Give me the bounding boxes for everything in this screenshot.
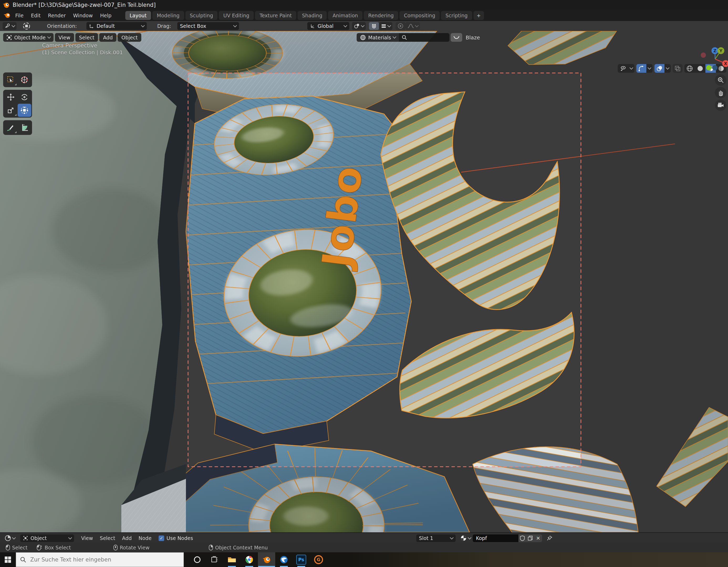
proportional-editing-toggle[interactable] (396, 22, 405, 30)
overlays-toggle[interactable] (654, 64, 671, 73)
scale-tool[interactable] (4, 104, 18, 117)
measure-tool[interactable] (18, 121, 31, 134)
axis-neg-z-ball[interactable] (706, 65, 711, 70)
menu-render[interactable]: Render (44, 11, 70, 20)
tool-settings-toggle[interactable] (21, 22, 32, 30)
material-slot-dropdown[interactable]: Slot 1 (416, 534, 456, 542)
status-context-menu: Object Context Menu (209, 543, 268, 552)
active-tool-selector[interactable] (3, 22, 17, 30)
orientation-dropdown[interactable]: Default (86, 22, 147, 30)
rotate-tool[interactable] (18, 91, 31, 104)
status-box-select-label: Box Select (45, 545, 71, 550)
drag-dropdown[interactable]: Select Box (177, 22, 239, 30)
taskbar-search[interactable] (16, 552, 184, 567)
tab-layout[interactable]: Layout (125, 11, 151, 20)
running-indicator (280, 566, 288, 567)
transform-orientation-dropdown[interactable]: Global (307, 22, 349, 30)
tab-uv-editing[interactable]: UV Editing (219, 11, 254, 20)
tab-rendering[interactable]: Rendering (364, 11, 398, 20)
browse-material-dropdown[interactable] (458, 534, 473, 542)
shader-type-dropdown[interactable]: Object (20, 534, 74, 542)
chevron-down-icon (630, 66, 633, 70)
shader-menu-select[interactable]: Select (96, 535, 119, 541)
annotate-tool[interactable] (4, 121, 18, 134)
pan-view-button[interactable] (715, 87, 726, 98)
shader-type-value: Object (30, 535, 66, 541)
new-material-button[interactable] (526, 534, 534, 542)
pivot-point-dropdown[interactable] (352, 22, 366, 30)
cursor-tool[interactable] (18, 73, 31, 86)
tab-modeling[interactable]: Modeling (152, 11, 184, 20)
select-box-tool[interactable] (4, 73, 18, 86)
fake-user-button[interactable] (518, 534, 526, 542)
navigation-gizmo[interactable]: Z Y X (691, 45, 728, 76)
tool-gizmo-icon (23, 22, 30, 30)
thunderbird-button[interactable] (275, 552, 293, 567)
tab-scripting[interactable]: Scripting (441, 11, 472, 20)
task-view-button[interactable] (206, 552, 223, 567)
chevron-down-icon (68, 535, 72, 539)
tab-compositing[interactable]: Compositing (399, 11, 440, 20)
viewport-canvas[interactable]: Jobo (0, 31, 728, 532)
asset-category-dropdown[interactable]: Materials (357, 33, 399, 42)
g-app-button[interactable]: G (310, 552, 327, 567)
snap-settings-dropdown[interactable] (379, 22, 392, 30)
visibility-dropdown[interactable] (618, 64, 635, 73)
editor-type-dropdown[interactable] (3, 534, 17, 542)
transform-tool[interactable] (18, 104, 31, 117)
search-icon (20, 556, 27, 563)
mode-dropdown[interactable]: Object Mode (3, 33, 54, 42)
viewport-menu-select[interactable]: Select (75, 33, 98, 42)
menu-file[interactable]: File (12, 11, 27, 20)
start-button[interactable] (0, 552, 16, 567)
menu-edit[interactable]: Edit (27, 11, 44, 20)
3d-viewport[interactable]: Jobo (0, 31, 728, 532)
snap-toggle[interactable] (369, 22, 379, 30)
use-nodes-toggle[interactable]: ✓ Use Nodes (159, 535, 193, 541)
taskbar-search-input[interactable] (30, 556, 178, 563)
viewport-menu-add[interactable]: Add (99, 33, 116, 42)
shader-menu-add[interactable]: Add (119, 535, 135, 541)
proportional-falloff-dropdown[interactable] (405, 22, 420, 30)
running-indicator (245, 566, 253, 567)
subtool-indicator (15, 84, 17, 85)
material-name-field[interactable]: Kopf (473, 534, 518, 542)
pin-button[interactable] (546, 535, 553, 541)
chrome-button[interactable] (241, 552, 258, 567)
axis-neg-x-ball[interactable] (701, 53, 706, 58)
add-workspace-button[interactable]: + (474, 11, 484, 20)
tab-animation[interactable]: Animation (328, 11, 362, 20)
tab-texture-paint[interactable]: Texture Paint (255, 11, 296, 20)
globe-icon (360, 34, 366, 41)
tab-shading[interactable]: Shading (298, 11, 327, 20)
tab-sculpting[interactable]: Sculpting (185, 11, 218, 20)
menu-help[interactable]: Help (96, 11, 115, 20)
cortana-button[interactable] (189, 552, 206, 567)
viewport-menu-view[interactable]: View (55, 33, 74, 42)
blender-menu-icon[interactable] (3, 12, 12, 19)
axis-neg-y-ball[interactable] (712, 65, 717, 70)
menu-window[interactable]: Window (69, 11, 96, 20)
mouse-left-drag-icon (37, 544, 43, 551)
material-sphere-icon (460, 535, 467, 542)
shader-menu-node[interactable]: Node (135, 535, 155, 541)
xray-toggle[interactable] (673, 64, 683, 73)
gizmos-toggle[interactable] (636, 64, 653, 73)
asset-search-input[interactable] (409, 34, 442, 41)
zoom-view-button[interactable] (715, 74, 726, 86)
photoshop-button[interactable]: Ps (293, 552, 310, 567)
move-tool[interactable] (4, 91, 18, 104)
thunderbird-icon (280, 555, 288, 564)
viewport-menu-object[interactable]: Object (118, 33, 141, 42)
file-explorer-button[interactable] (223, 552, 241, 567)
mouse-middle-icon (113, 544, 118, 551)
unlink-material-button[interactable]: ✕ (534, 534, 542, 542)
asset-search-field[interactable] (399, 33, 449, 42)
shader-menu-view[interactable]: View (78, 535, 96, 541)
camera-view-button[interactable] (715, 100, 726, 111)
asset-progress-button[interactable] (451, 33, 462, 42)
show-hide-icon (620, 66, 626, 71)
cortana-icon (193, 556, 201, 564)
blender-taskbar-button[interactable] (258, 552, 275, 567)
chevron-down-icon (12, 23, 15, 27)
